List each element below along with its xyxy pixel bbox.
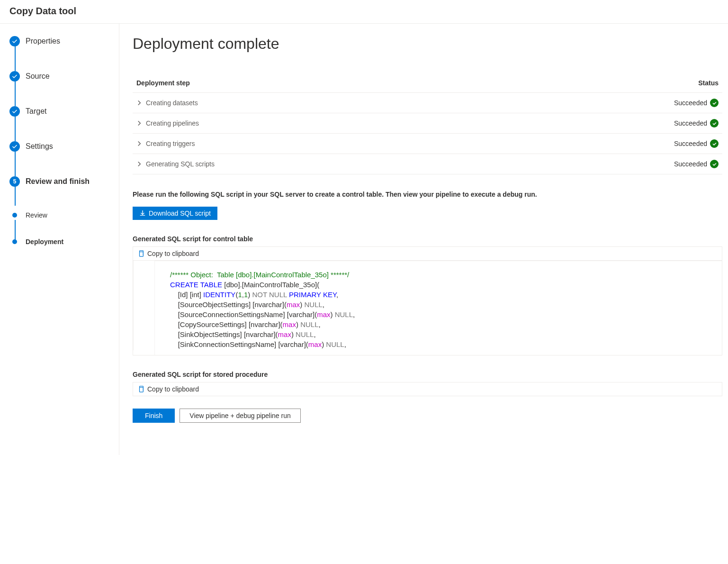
table-row[interactable]: Creating triggers Succeeded bbox=[133, 134, 722, 154]
step-label: Settings bbox=[26, 142, 53, 151]
button-label: Download SQL script bbox=[149, 209, 211, 217]
success-icon bbox=[710, 160, 719, 168]
sidebar-step-source[interactable]: Source bbox=[9, 68, 111, 84]
wizard-sidebar: Properties Source Target Settings 5 Revi… bbox=[0, 24, 119, 455]
sidebar-step-settings[interactable]: Settings bbox=[9, 138, 111, 155]
status-text: Succeeded bbox=[674, 119, 707, 127]
status-cell: Succeeded bbox=[674, 99, 719, 107]
step-cell: Creating triggers bbox=[136, 140, 195, 147]
step-label: Source bbox=[26, 72, 50, 81]
copy-label: Copy to clipboard bbox=[147, 385, 199, 393]
check-icon bbox=[9, 141, 20, 152]
table-row[interactable]: Generating SQL scripts Succeeded bbox=[133, 154, 722, 174]
step-label: Creating pipelines bbox=[146, 119, 199, 127]
instruction-text: Please run the following SQL script in y… bbox=[133, 191, 722, 198]
copy-icon bbox=[138, 250, 144, 257]
status-cell: Succeeded bbox=[674, 160, 719, 168]
download-icon bbox=[139, 210, 146, 217]
table-row[interactable]: Creating datasets Succeeded bbox=[133, 93, 722, 113]
footer-buttons: Finish View pipeline + debug pipeline ru… bbox=[133, 409, 722, 423]
step-cell: Creating pipelines bbox=[136, 119, 199, 127]
script-section-control-table: Generated SQL script for control table C… bbox=[133, 235, 722, 355]
sidebar-step-review-finish[interactable]: 5 Review and finish bbox=[9, 173, 111, 190]
step-label: Review and finish bbox=[26, 177, 90, 186]
chevron-right-icon bbox=[136, 141, 142, 146]
status-cell: Succeeded bbox=[674, 139, 719, 148]
dot-icon bbox=[12, 213, 17, 218]
check-icon bbox=[9, 71, 20, 82]
success-icon bbox=[710, 99, 719, 107]
table-header: Deployment step Status bbox=[133, 75, 722, 93]
copy-to-clipboard-button[interactable]: Copy to clipboard bbox=[133, 382, 722, 396]
layout: Properties Source Target Settings 5 Revi… bbox=[0, 24, 728, 455]
deployment-table: Deployment step Status Creating datasets… bbox=[133, 75, 722, 174]
copy-icon bbox=[138, 386, 144, 392]
status-cell: Succeeded bbox=[674, 119, 719, 127]
sidebar-substep-deployment[interactable]: Deployment bbox=[9, 235, 111, 248]
copy-to-clipboard-button[interactable]: Copy to clipboard bbox=[133, 246, 722, 261]
success-icon bbox=[710, 119, 719, 127]
code-gutter bbox=[133, 261, 155, 355]
step-label: Creating datasets bbox=[146, 99, 198, 107]
step-list: Properties Source Target Settings 5 Revi… bbox=[9, 33, 111, 248]
step-label: Review bbox=[26, 211, 47, 219]
script-title: Generated SQL script for control table bbox=[133, 235, 722, 243]
step-connector bbox=[15, 185, 16, 206]
step-cell: Generating SQL scripts bbox=[136, 160, 215, 168]
sidebar-step-target[interactable]: Target bbox=[9, 103, 111, 119]
page-title: Deployment complete bbox=[133, 35, 722, 53]
step-connector bbox=[15, 80, 16, 106]
step-label: Properties bbox=[26, 37, 60, 45]
success-icon bbox=[710, 139, 719, 148]
download-sql-button[interactable]: Download SQL script bbox=[133, 207, 217, 220]
code-content: /****** Object: Table [dbo].[MainControl… bbox=[155, 261, 722, 349]
step-label: Generating SQL scripts bbox=[146, 160, 215, 168]
status-text: Succeeded bbox=[674, 99, 707, 107]
check-icon bbox=[9, 36, 20, 46]
step-cell: Creating datasets bbox=[136, 99, 198, 107]
svg-rect-0 bbox=[140, 252, 144, 257]
step-label: Deployment bbox=[26, 238, 63, 246]
chevron-right-icon bbox=[136, 100, 142, 106]
step-label: Target bbox=[26, 107, 46, 116]
chevron-right-icon bbox=[136, 120, 142, 126]
sidebar-substep-review[interactable]: Review bbox=[9, 209, 111, 222]
main-content: Deployment complete Deployment step Stat… bbox=[119, 24, 728, 455]
sidebar-step-properties[interactable]: Properties bbox=[9, 33, 111, 49]
script-title: Generated SQL script for stored procedur… bbox=[133, 371, 722, 378]
copy-label: Copy to clipboard bbox=[147, 250, 199, 257]
table-row[interactable]: Creating pipelines Succeeded bbox=[133, 113, 722, 134]
app-header: Copy Data tool bbox=[0, 0, 728, 24]
view-pipeline-button[interactable]: View pipeline + debug pipeline run bbox=[180, 409, 300, 423]
sql-code-viewer[interactable]: /****** Object: Table [dbo].[MainControl… bbox=[133, 261, 722, 355]
dot-icon bbox=[12, 239, 17, 244]
chevron-right-icon bbox=[136, 161, 142, 167]
col-header-step: Deployment step bbox=[136, 79, 190, 87]
svg-rect-1 bbox=[140, 388, 144, 392]
col-header-status: Status bbox=[698, 79, 719, 87]
status-text: Succeeded bbox=[674, 160, 707, 168]
step-number-badge: 5 bbox=[9, 176, 20, 187]
step-connector bbox=[15, 115, 16, 141]
check-icon bbox=[9, 106, 20, 117]
finish-button[interactable]: Finish bbox=[133, 409, 175, 423]
step-connector bbox=[15, 45, 16, 71]
step-label: Creating triggers bbox=[146, 140, 195, 147]
script-section-stored-procedure: Generated SQL script for stored procedur… bbox=[133, 371, 722, 396]
status-text: Succeeded bbox=[674, 140, 707, 147]
step-connector bbox=[15, 150, 16, 176]
